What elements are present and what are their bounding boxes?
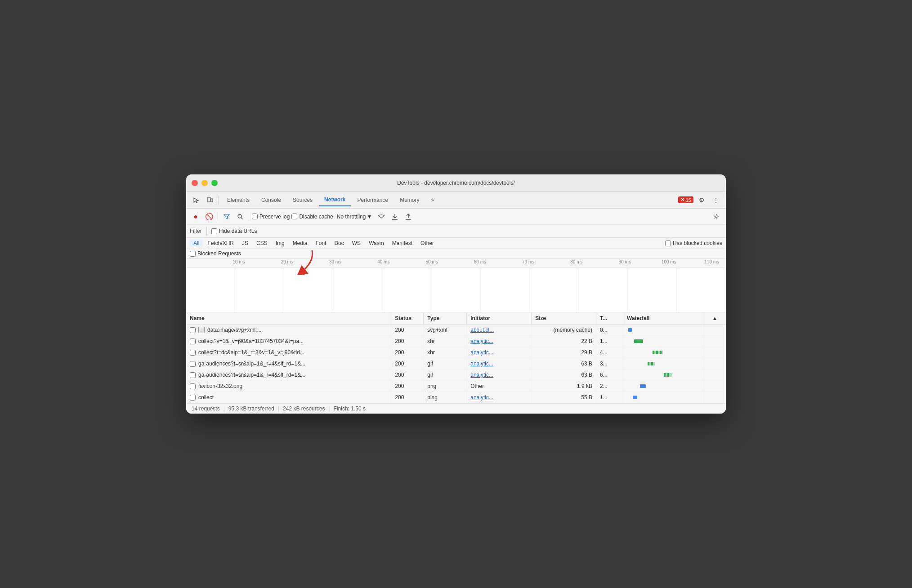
cell-waterfall bbox=[623, 392, 704, 403]
row-checkbox[interactable] bbox=[190, 383, 196, 389]
table-row[interactable]: ga-audiences?t=sr&aip=1&_r=4&slf_rd=1&..… bbox=[186, 358, 726, 370]
wifi-icon-btn[interactable] bbox=[376, 211, 387, 223]
tab-more[interactable]: » bbox=[425, 194, 439, 206]
filter-type-wasm[interactable]: Wasm bbox=[365, 239, 388, 247]
content-area: ● 🚫 Preserve log Disable ca bbox=[186, 209, 726, 414]
cell-waterfall bbox=[623, 381, 704, 392]
row-checkbox[interactable] bbox=[190, 327, 196, 333]
col-header-size[interactable]: Size bbox=[532, 312, 596, 325]
search-button[interactable] bbox=[234, 211, 246, 223]
has-blocked-cookies-group[interactable]: Has blocked cookies bbox=[665, 240, 722, 246]
cell-waterfall bbox=[623, 325, 704, 336]
tab-console[interactable]: Console bbox=[256, 194, 286, 206]
cell-name: ga-audiences?t=sr&aip=1&_r=4&slf_rd=1&..… bbox=[186, 370, 391, 381]
disable-cache-group[interactable]: Disable cache bbox=[291, 214, 333, 220]
filter-button[interactable] bbox=[221, 211, 232, 223]
file-icon: ⬜ bbox=[198, 327, 205, 333]
cell-initiator: analytic... bbox=[467, 336, 532, 347]
filter-type-media[interactable]: Media bbox=[289, 239, 311, 247]
minimize-button[interactable] bbox=[201, 180, 208, 186]
table-row[interactable]: collect?v=1&_v=j90&a=1837457034&t=pa... … bbox=[186, 336, 726, 347]
has-blocked-cookies-checkbox[interactable] bbox=[665, 241, 671, 246]
row-checkbox[interactable] bbox=[190, 395, 196, 401]
table-row[interactable]: collect?t=dc&aip=1&_r=3&v=1&_v=j90&tid..… bbox=[186, 347, 726, 358]
maximize-button[interactable] bbox=[211, 180, 218, 186]
tick-30ms: 30 ms bbox=[329, 259, 341, 264]
preserve-log-group[interactable]: Preserve log bbox=[252, 214, 290, 220]
cell-time: 6... bbox=[596, 370, 623, 381]
status-bar: 14 requests | 95.3 kB transferred | 242 … bbox=[186, 403, 726, 414]
table-row[interactable]: collect 200 ping analytic... 55 B 1... bbox=[186, 392, 726, 403]
toolbar-divider-2 bbox=[249, 212, 249, 221]
tick-60ms: 60 ms bbox=[474, 259, 486, 264]
window-title: DevTools - developer.chrome.com/docs/dev… bbox=[397, 180, 514, 186]
filter-type-css[interactable]: CSS bbox=[253, 239, 271, 247]
clear-button[interactable]: 🚫 bbox=[203, 211, 215, 223]
cell-size: (memory cache) bbox=[532, 325, 596, 336]
preserve-log-checkbox[interactable] bbox=[252, 214, 258, 219]
col-header-status[interactable]: Status bbox=[391, 312, 424, 325]
tab-sources[interactable]: Sources bbox=[287, 194, 318, 206]
tab-network[interactable]: Network bbox=[319, 194, 351, 206]
record-button[interactable]: ● bbox=[190, 211, 201, 223]
hide-data-urls-group[interactable]: Hide data URLs bbox=[211, 228, 257, 234]
cell-sort bbox=[704, 325, 725, 336]
blocked-requests-checkbox[interactable] bbox=[190, 251, 196, 257]
col-header-name[interactable]: Name bbox=[186, 312, 391, 325]
filter-type-doc[interactable]: Doc bbox=[331, 239, 347, 247]
tab-elements[interactable]: Elements bbox=[222, 194, 255, 206]
timeline-area[interactable] bbox=[186, 267, 726, 312]
table-row[interactable]: ⬜ data:image/svg+xml;... 200 svg+xml abo… bbox=[186, 325, 726, 336]
throttle-select[interactable]: No throttling ▼ bbox=[335, 213, 374, 221]
cell-initiator: analytic... bbox=[467, 392, 532, 403]
cursor-tool-button[interactable] bbox=[190, 194, 202, 206]
cell-waterfall bbox=[623, 370, 704, 381]
network-settings-button[interactable] bbox=[711, 211, 722, 223]
more-options-button[interactable]: ⋮ bbox=[710, 194, 722, 206]
filter-type-other[interactable]: Other bbox=[417, 239, 438, 247]
tab-performance[interactable]: Performance bbox=[352, 194, 393, 206]
col-header-time[interactable]: T... bbox=[596, 312, 623, 325]
tab-memory[interactable]: Memory bbox=[394, 194, 425, 206]
filter-type-img[interactable]: Img bbox=[272, 239, 288, 247]
import-button[interactable] bbox=[389, 211, 401, 223]
filter-type-ws[interactable]: WS bbox=[349, 239, 364, 247]
table-row[interactable]: ga-audiences?t=sr&aip=1&_r=4&slf_rd=1&..… bbox=[186, 370, 726, 381]
settings-button[interactable]: ⚙ bbox=[695, 194, 708, 206]
close-button[interactable] bbox=[192, 180, 198, 186]
cell-initiator: analytic... bbox=[467, 347, 532, 358]
cell-sort bbox=[704, 358, 725, 370]
filter-type-js[interactable]: JS bbox=[238, 239, 252, 247]
cell-status: 200 bbox=[391, 336, 424, 347]
cell-time: 2... bbox=[596, 381, 623, 392]
tick-10ms: 10 ms bbox=[232, 259, 245, 264]
row-checkbox[interactable] bbox=[190, 372, 196, 378]
col-header-type[interactable]: Type bbox=[424, 312, 467, 325]
export-button[interactable] bbox=[402, 211, 414, 223]
tick-100ms: 100 ms bbox=[662, 259, 676, 264]
filter-type-font[interactable]: Font bbox=[312, 239, 330, 247]
row-checkbox[interactable] bbox=[190, 339, 196, 344]
filter-type-manifest[interactable]: Manifest bbox=[389, 239, 416, 247]
cell-name: collect?t=dc&aip=1&_r=3&v=1&_v=j90&tid..… bbox=[186, 347, 391, 358]
resources-size: 242 kB resources bbox=[283, 405, 325, 412]
col-header-waterfall[interactable]: Waterfall bbox=[623, 312, 704, 325]
tab-separator bbox=[219, 196, 219, 205]
device-toolbar-button[interactable] bbox=[203, 194, 216, 206]
table-scroll-area[interactable]: Name Status Type Initiator Size T... Wat… bbox=[186, 312, 726, 403]
cell-time: 1... bbox=[596, 336, 623, 347]
disable-cache-checkbox[interactable] bbox=[291, 214, 297, 219]
hide-data-urls-checkbox[interactable] bbox=[211, 228, 217, 234]
table-row[interactable]: favicon-32x32.png 200 png Other 1.9 kB 2… bbox=[186, 381, 726, 392]
tick-90ms: 90 ms bbox=[619, 259, 631, 264]
col-header-sort[interactable]: ▲ bbox=[704, 312, 725, 325]
row-checkbox[interactable] bbox=[190, 361, 196, 367]
cell-type: xhr bbox=[424, 336, 467, 347]
row-checkbox[interactable] bbox=[190, 350, 196, 356]
cell-waterfall bbox=[623, 336, 704, 347]
filter-type-fetch-xhr[interactable]: Fetch/XHR bbox=[204, 239, 237, 247]
col-header-initiator[interactable]: Initiator bbox=[467, 312, 532, 325]
filter-type-all[interactable]: All bbox=[190, 239, 203, 247]
filter-label: Filter bbox=[190, 228, 202, 234]
cell-sort bbox=[704, 381, 725, 392]
